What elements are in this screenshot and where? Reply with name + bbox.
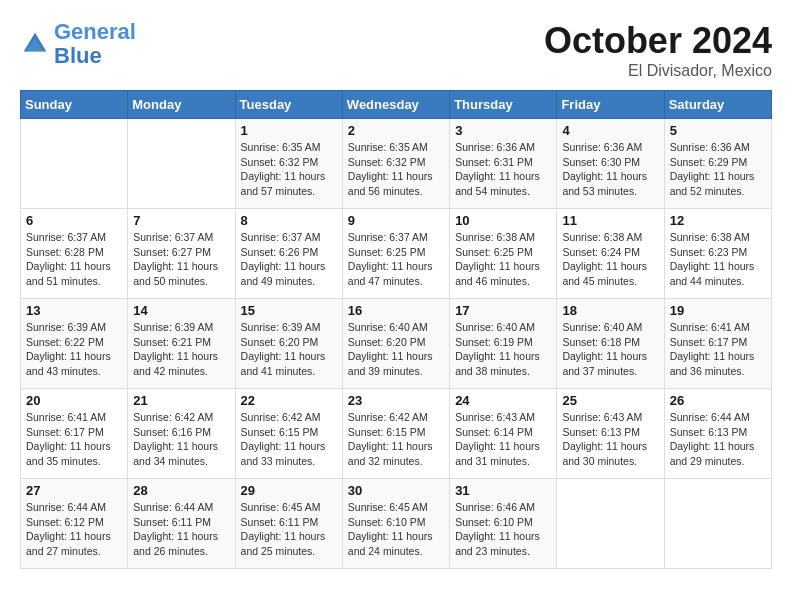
day-number: 31: [455, 483, 551, 498]
day-number: 27: [26, 483, 122, 498]
day-info: Sunrise: 6:35 AM Sunset: 6:32 PM Dayligh…: [348, 140, 444, 199]
day-number: 20: [26, 393, 122, 408]
calendar-cell: 18Sunrise: 6:40 AM Sunset: 6:18 PM Dayli…: [557, 299, 664, 389]
day-number: 14: [133, 303, 229, 318]
day-number: 12: [670, 213, 766, 228]
day-info: Sunrise: 6:41 AM Sunset: 6:17 PM Dayligh…: [670, 320, 766, 379]
header-sunday: Sunday: [21, 91, 128, 119]
page-header: General Blue October 2024 El Divisador, …: [20, 20, 772, 80]
day-number: 2: [348, 123, 444, 138]
day-number: 6: [26, 213, 122, 228]
day-number: 16: [348, 303, 444, 318]
logo-blue: Blue: [54, 43, 102, 68]
calendar-cell: [664, 479, 771, 569]
day-info: Sunrise: 6:36 AM Sunset: 6:31 PM Dayligh…: [455, 140, 551, 199]
calendar-cell: 25Sunrise: 6:43 AM Sunset: 6:13 PM Dayli…: [557, 389, 664, 479]
day-number: 10: [455, 213, 551, 228]
day-info: Sunrise: 6:41 AM Sunset: 6:17 PM Dayligh…: [26, 410, 122, 469]
day-number: 17: [455, 303, 551, 318]
day-number: 7: [133, 213, 229, 228]
logo-general: General: [54, 19, 136, 44]
header-tuesday: Tuesday: [235, 91, 342, 119]
day-info: Sunrise: 6:42 AM Sunset: 6:15 PM Dayligh…: [241, 410, 337, 469]
logo: General Blue: [20, 20, 136, 68]
calendar-cell: 13Sunrise: 6:39 AM Sunset: 6:22 PM Dayli…: [21, 299, 128, 389]
calendar-cell: 3Sunrise: 6:36 AM Sunset: 6:31 PM Daylig…: [450, 119, 557, 209]
week-row-5: 27Sunrise: 6:44 AM Sunset: 6:12 PM Dayli…: [21, 479, 772, 569]
day-info: Sunrise: 6:40 AM Sunset: 6:20 PM Dayligh…: [348, 320, 444, 379]
day-info: Sunrise: 6:44 AM Sunset: 6:13 PM Dayligh…: [670, 410, 766, 469]
calendar-cell: 27Sunrise: 6:44 AM Sunset: 6:12 PM Dayli…: [21, 479, 128, 569]
day-info: Sunrise: 6:46 AM Sunset: 6:10 PM Dayligh…: [455, 500, 551, 559]
day-info: Sunrise: 6:37 AM Sunset: 6:26 PM Dayligh…: [241, 230, 337, 289]
day-number: 18: [562, 303, 658, 318]
day-number: 24: [455, 393, 551, 408]
calendar-cell: 16Sunrise: 6:40 AM Sunset: 6:20 PM Dayli…: [342, 299, 449, 389]
location-subtitle: El Divisador, Mexico: [544, 62, 772, 80]
calendar-cell: 31Sunrise: 6:46 AM Sunset: 6:10 PM Dayli…: [450, 479, 557, 569]
day-number: 15: [241, 303, 337, 318]
day-number: 30: [348, 483, 444, 498]
month-title: October 2024: [544, 20, 772, 62]
calendar-cell: 28Sunrise: 6:44 AM Sunset: 6:11 PM Dayli…: [128, 479, 235, 569]
calendar-cell: 8Sunrise: 6:37 AM Sunset: 6:26 PM Daylig…: [235, 209, 342, 299]
calendar-cell: 22Sunrise: 6:42 AM Sunset: 6:15 PM Dayli…: [235, 389, 342, 479]
header-saturday: Saturday: [664, 91, 771, 119]
calendar-cell: [21, 119, 128, 209]
calendar-cell: 11Sunrise: 6:38 AM Sunset: 6:24 PM Dayli…: [557, 209, 664, 299]
calendar-cell: 9Sunrise: 6:37 AM Sunset: 6:25 PM Daylig…: [342, 209, 449, 299]
calendar-cell: 15Sunrise: 6:39 AM Sunset: 6:20 PM Dayli…: [235, 299, 342, 389]
day-number: 23: [348, 393, 444, 408]
day-number: 4: [562, 123, 658, 138]
day-info: Sunrise: 6:35 AM Sunset: 6:32 PM Dayligh…: [241, 140, 337, 199]
day-info: Sunrise: 6:37 AM Sunset: 6:27 PM Dayligh…: [133, 230, 229, 289]
day-number: 8: [241, 213, 337, 228]
calendar-cell: 23Sunrise: 6:42 AM Sunset: 6:15 PM Dayli…: [342, 389, 449, 479]
day-number: 9: [348, 213, 444, 228]
header-monday: Monday: [128, 91, 235, 119]
calendar-cell: 10Sunrise: 6:38 AM Sunset: 6:25 PM Dayli…: [450, 209, 557, 299]
day-info: Sunrise: 6:40 AM Sunset: 6:19 PM Dayligh…: [455, 320, 551, 379]
title-block: October 2024 El Divisador, Mexico: [544, 20, 772, 80]
logo-text: General Blue: [54, 20, 136, 68]
day-number: 19: [670, 303, 766, 318]
day-number: 28: [133, 483, 229, 498]
day-info: Sunrise: 6:36 AM Sunset: 6:30 PM Dayligh…: [562, 140, 658, 199]
header-wednesday: Wednesday: [342, 91, 449, 119]
logo-icon: [20, 29, 50, 59]
week-row-3: 13Sunrise: 6:39 AM Sunset: 6:22 PM Dayli…: [21, 299, 772, 389]
calendar-cell: 17Sunrise: 6:40 AM Sunset: 6:19 PM Dayli…: [450, 299, 557, 389]
calendar-cell: [557, 479, 664, 569]
day-number: 21: [133, 393, 229, 408]
day-info: Sunrise: 6:38 AM Sunset: 6:24 PM Dayligh…: [562, 230, 658, 289]
calendar-cell: 7Sunrise: 6:37 AM Sunset: 6:27 PM Daylig…: [128, 209, 235, 299]
day-info: Sunrise: 6:38 AM Sunset: 6:23 PM Dayligh…: [670, 230, 766, 289]
day-info: Sunrise: 6:43 AM Sunset: 6:13 PM Dayligh…: [562, 410, 658, 469]
calendar-cell: 26Sunrise: 6:44 AM Sunset: 6:13 PM Dayli…: [664, 389, 771, 479]
header-row: Sunday Monday Tuesday Wednesday Thursday…: [21, 91, 772, 119]
calendar-cell: 2Sunrise: 6:35 AM Sunset: 6:32 PM Daylig…: [342, 119, 449, 209]
day-info: Sunrise: 6:42 AM Sunset: 6:16 PM Dayligh…: [133, 410, 229, 469]
day-info: Sunrise: 6:39 AM Sunset: 6:22 PM Dayligh…: [26, 320, 122, 379]
day-info: Sunrise: 6:44 AM Sunset: 6:12 PM Dayligh…: [26, 500, 122, 559]
day-info: Sunrise: 6:45 AM Sunset: 6:10 PM Dayligh…: [348, 500, 444, 559]
calendar-cell: 14Sunrise: 6:39 AM Sunset: 6:21 PM Dayli…: [128, 299, 235, 389]
calendar-cell: 19Sunrise: 6:41 AM Sunset: 6:17 PM Dayli…: [664, 299, 771, 389]
day-number: 29: [241, 483, 337, 498]
week-row-1: 1Sunrise: 6:35 AM Sunset: 6:32 PM Daylig…: [21, 119, 772, 209]
calendar-cell: 5Sunrise: 6:36 AM Sunset: 6:29 PM Daylig…: [664, 119, 771, 209]
day-number: 22: [241, 393, 337, 408]
day-number: 1: [241, 123, 337, 138]
day-info: Sunrise: 6:39 AM Sunset: 6:21 PM Dayligh…: [133, 320, 229, 379]
day-number: 5: [670, 123, 766, 138]
header-thursday: Thursday: [450, 91, 557, 119]
calendar-cell: 4Sunrise: 6:36 AM Sunset: 6:30 PM Daylig…: [557, 119, 664, 209]
calendar-cell: [128, 119, 235, 209]
calendar-cell: 6Sunrise: 6:37 AM Sunset: 6:28 PM Daylig…: [21, 209, 128, 299]
day-info: Sunrise: 6:36 AM Sunset: 6:29 PM Dayligh…: [670, 140, 766, 199]
day-info: Sunrise: 6:45 AM Sunset: 6:11 PM Dayligh…: [241, 500, 337, 559]
calendar-body: 1Sunrise: 6:35 AM Sunset: 6:32 PM Daylig…: [21, 119, 772, 569]
day-info: Sunrise: 6:37 AM Sunset: 6:25 PM Dayligh…: [348, 230, 444, 289]
day-info: Sunrise: 6:37 AM Sunset: 6:28 PM Dayligh…: [26, 230, 122, 289]
day-number: 26: [670, 393, 766, 408]
